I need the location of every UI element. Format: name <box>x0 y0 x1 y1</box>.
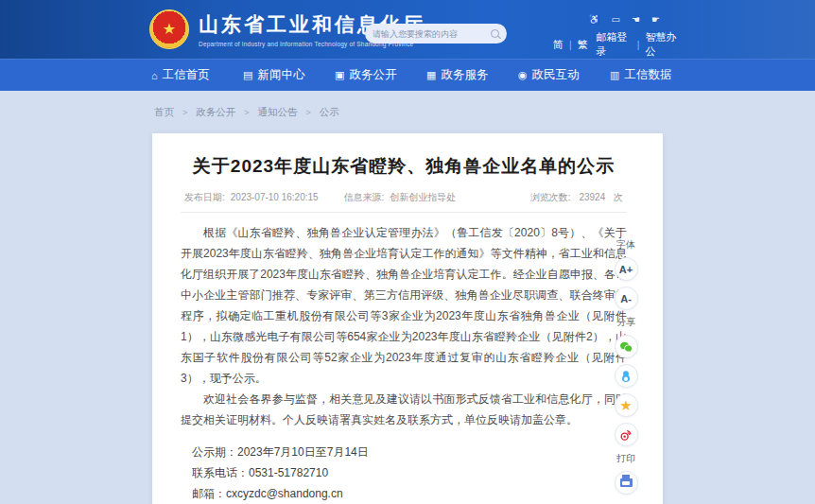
nav-item-disclosure[interactable]: ▣ 政务公开 <box>335 67 426 83</box>
wechat-share-button[interactable] <box>615 335 638 358</box>
breadcrumb-disclosure[interactable]: 政务公开 <box>196 106 235 119</box>
nav-label: 工信数据 <box>624 67 671 83</box>
print-button[interactable] <box>615 471 638 495</box>
nav-item-home[interactable]: ⌂ 工信首页 <box>151 67 243 83</box>
meta-divider <box>181 212 627 213</box>
data-icon: ▥ <box>610 69 619 81</box>
nav-item-services[interactable]: ▦ 政务服务 <box>426 67 518 83</box>
link-simplified[interactable]: 简 <box>553 38 564 52</box>
article-body: 根据《山东省瞪羚、独角兽企业认定管理办法》（鲁工信发〔2020〕8号）、《关于开… <box>181 222 627 504</box>
nav-label: 政民互动 <box>532 67 580 83</box>
printer-icon <box>620 478 633 487</box>
breadcrumb-separator: > <box>306 108 311 117</box>
breadcrumb: 首页 > 政务公开 > 通知公告 > 公示 <box>154 106 339 119</box>
qzone-icon: ★ <box>619 398 632 412</box>
meta-right: 浏览次数: 23924 次 <box>525 191 623 204</box>
publish-date-label: 发布日期: <box>184 192 225 202</box>
public-notice-period: 公示期：2023年7月10日至7月14日 <box>181 442 627 462</box>
side-toolbar: 字体 A+ A- 分享 ★ 打 <box>609 233 643 500</box>
link-traditional[interactable]: 繁 <box>578 38 588 52</box>
source-label: 信息来源: <box>343 192 384 202</box>
wechat-icon <box>618 339 633 355</box>
qq-share-button[interactable] <box>615 364 638 388</box>
font-increase-button[interactable]: A+ <box>615 257 638 281</box>
paragraph: 欢迎社会各界参与监督，相关意见及建议请以书面形式反馈省工业和信息化厅，同时提交相… <box>181 389 627 430</box>
nav-label: 政务服务 <box>441 67 488 83</box>
font-decrease-button[interactable]: A- <box>615 287 638 310</box>
contact-info: 公示期：2023年7月10日至7月14日 联系电话：0531-51782710 … <box>181 442 627 504</box>
share-label: 分享 <box>609 316 643 329</box>
quick-links: 简 | 繁 邮箱登录 | 智慧办公 <box>553 30 681 59</box>
breadcrumb-home[interactable]: 首页 <box>154 106 174 119</box>
nav-label: 政务公开 <box>349 67 396 83</box>
service-icon: ▦ <box>426 69 436 81</box>
views-label: 浏览次数: <box>530 192 571 202</box>
source-value: 创新创业指导处 <box>390 192 456 202</box>
views-count: 23924 <box>579 192 605 202</box>
page: ★ 山东省工业和信息化厅 Department of Industry and … <box>0 0 815 504</box>
font-size-label: 字体 <box>609 238 643 252</box>
weibo-share-button[interactable] <box>615 423 638 446</box>
search-icon[interactable] <box>491 29 499 38</box>
nav-label: 工信首页 <box>163 67 210 83</box>
utility-icons: ♿ ▭ ☚ ☛ <box>553 14 660 25</box>
link-separator: | <box>637 40 640 50</box>
link-separator: | <box>569 40 572 50</box>
news-icon: ▤ <box>243 69 252 81</box>
header-utilities: ♿ ▭ ☚ ☛ 简 | 繁 邮箱登录 | 智慧办公 <box>553 14 681 59</box>
accessibility-icon[interactable]: ♿ <box>588 14 599 25</box>
meta-left: 发布日期:2023-07-10 16:20:15 信息来源:创新创业指导处 <box>184 191 478 204</box>
article-meta: 发布日期:2023-07-10 16:20:15 信息来源:创新创业指导处 浏览… <box>181 191 627 204</box>
link-smart-office[interactable]: 智慧办公 <box>645 30 681 59</box>
site-header: ★ 山东省工业和信息化厅 Department of Industry and … <box>0 0 815 59</box>
main-nav: ⌂ 工信首页 ▤ 新闻中心 ▣ 政务公开 ▦ 政务服务 ◉ 政民互动 ▥ 工信数… <box>0 59 815 91</box>
hand-left-icon[interactable]: ☚ <box>632 14 640 25</box>
weibo-icon <box>618 427 633 443</box>
contact-email: 邮箱：cxcyzdc@shandong.cn <box>181 483 627 504</box>
search-input[interactable] <box>373 29 491 39</box>
views-unit: 次 <box>614 192 623 202</box>
hand-right-icon[interactable]: ☛ <box>651 14 660 25</box>
nav-item-news[interactable]: ▤ 新闻中心 <box>243 67 335 83</box>
disclosure-icon: ▣ <box>335 69 344 81</box>
print-label: 打印 <box>609 452 643 465</box>
breadcrumb-separator: > <box>182 108 187 117</box>
paragraph: 根据《山东省瞪羚、独角兽企业认定管理办法》（鲁工信发〔2020〕8号）、《关于开… <box>181 222 627 389</box>
national-emblem-icon: ★ <box>149 9 189 49</box>
breadcrumb-separator: > <box>244 108 249 117</box>
article-card: 关于2023年度山东省瞪羚、独角兽企业名单的公示 发布日期:2023-07-10… <box>152 133 663 504</box>
search-box[interactable] <box>365 24 507 43</box>
interaction-icon: ◉ <box>518 69 528 81</box>
contact-phone: 联系电话：0531-51782710 <box>181 462 627 483</box>
link-mail-login[interactable]: 邮箱登录 <box>596 30 632 59</box>
monitor-icon[interactable]: ▭ <box>612 14 620 25</box>
breadcrumb-notices[interactable]: 通知公告 <box>258 106 298 119</box>
breadcrumb-current: 公示 <box>320 106 339 119</box>
nav-item-data[interactable]: ▥ 工信数据 <box>610 67 702 83</box>
nav-label: 新闻中心 <box>257 67 304 83</box>
page-title: 关于2023年度山东省瞪羚、独角兽企业名单的公示 <box>181 154 627 179</box>
home-icon: ⌂ <box>151 70 158 81</box>
qq-icon <box>618 369 633 384</box>
publish-date: 2023-07-10 16:20:15 <box>231 192 319 202</box>
qzone-share-button[interactable]: ★ <box>615 393 638 417</box>
nav-item-interaction[interactable]: ◉ 政民互动 <box>518 67 610 83</box>
